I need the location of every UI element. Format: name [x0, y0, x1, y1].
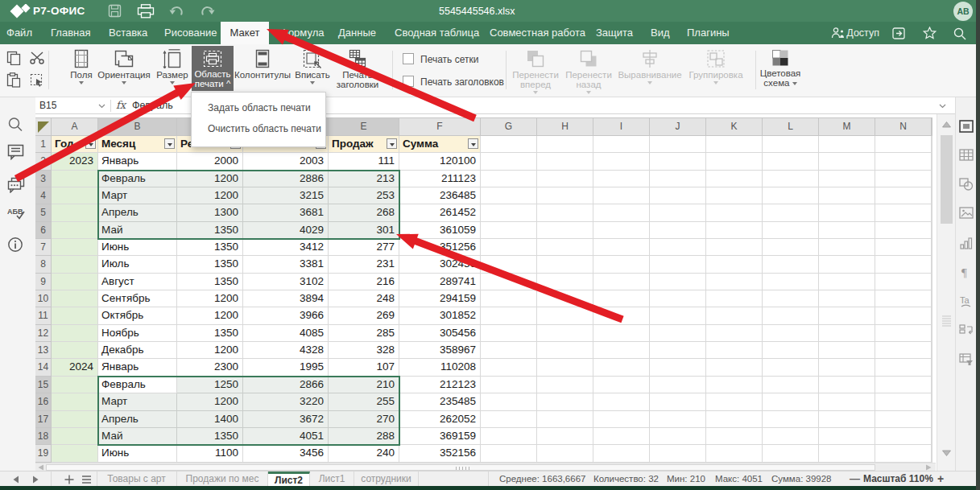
cell[interactable]: Июнь	[98, 445, 177, 462]
cell[interactable]	[706, 377, 763, 393]
group-button[interactable]: Группировка	[686, 46, 746, 85]
cell[interactable]	[875, 171, 932, 187]
cell[interactable]	[537, 222, 593, 239]
row-header-6[interactable]: 6	[35, 222, 52, 239]
cell[interactable]	[650, 274, 706, 290]
cell[interactable]: 3456	[243, 445, 329, 462]
textart-settings-icon[interactable]: Ta	[959, 295, 974, 309]
column-header-partial[interactable]	[932, 117, 932, 136]
bring-forward-button[interactable]: Перенести вперед	[511, 46, 560, 95]
cell[interactable]: 1350	[177, 428, 243, 445]
cell[interactable]: 1100	[177, 445, 243, 462]
cell[interactable]	[763, 290, 819, 307]
orientation-button[interactable]: Ориентация	[96, 46, 152, 85]
cell[interactable]	[763, 239, 819, 256]
cell[interactable]	[537, 239, 593, 256]
cell[interactable]: Февраль	[98, 377, 177, 393]
cell[interactable]	[52, 411, 98, 428]
cell[interactable]	[593, 204, 650, 221]
cell[interactable]: 210	[329, 377, 399, 393]
cell[interactable]	[763, 411, 819, 428]
cell[interactable]: 1995	[243, 359, 329, 376]
cell[interactable]	[932, 204, 932, 221]
zoom-out-button[interactable]: —	[850, 471, 860, 485]
cell[interactable]	[650, 171, 706, 187]
cell[interactable]	[763, 445, 819, 462]
row-header-1[interactable]: 1	[35, 136, 52, 153]
cell[interactable]	[593, 393, 650, 410]
favorite-star-icon[interactable]	[923, 27, 937, 39]
spreadsheet-grid[interactable]: ABCDEFGHIJKLMN1ГодМесяцРекламаПосетителе…	[35, 117, 936, 463]
cell[interactable]	[52, 393, 98, 410]
pivot-settings-icon[interactable]	[959, 353, 974, 366]
cell[interactable]	[932, 411, 932, 428]
cell[interactable]	[819, 393, 875, 410]
cell[interactable]	[706, 359, 763, 376]
scroll-up-icon[interactable]	[942, 121, 951, 128]
cell[interactable]	[481, 359, 537, 376]
cell[interactable]: 1200	[177, 171, 243, 187]
cell[interactable]: 2000	[177, 153, 243, 170]
cell[interactable]	[875, 222, 932, 239]
cell[interactable]: 213	[329, 171, 399, 187]
cell[interactable]: 261452	[399, 204, 481, 221]
cell[interactable]	[875, 342, 932, 359]
cell[interactable]	[706, 239, 763, 256]
cell[interactable]: 107	[329, 359, 399, 376]
menu-tab-5[interactable]: Макет	[221, 22, 269, 44]
cell[interactable]	[650, 428, 706, 445]
cell[interactable]	[481, 204, 537, 221]
cell[interactable]	[819, 222, 875, 239]
cell[interactable]	[932, 239, 932, 256]
cell[interactable]: Декабрь	[98, 342, 177, 359]
search-menu-icon[interactable]	[953, 27, 966, 40]
cell[interactable]	[52, 307, 98, 324]
cell[interactable]	[875, 204, 932, 221]
cell[interactable]	[706, 290, 763, 307]
cell[interactable]	[593, 325, 650, 342]
cell[interactable]: 235485	[399, 393, 481, 410]
cell[interactable]	[932, 256, 932, 273]
cell[interactable]: Октябрь	[98, 307, 177, 324]
cell[interactable]	[537, 428, 593, 445]
menu-tab-9[interactable]: Совместная работа	[490, 22, 585, 44]
cell[interactable]	[593, 274, 650, 290]
table-header-cell[interactable]: Месяц	[98, 136, 177, 153]
cell[interactable]	[537, 171, 593, 187]
cell[interactable]	[706, 187, 763, 204]
cell[interactable]	[650, 204, 706, 221]
cell[interactable]	[706, 171, 763, 187]
cell[interactable]	[706, 307, 763, 324]
cell[interactable]	[52, 290, 98, 307]
paste-icon[interactable]	[6, 72, 21, 88]
cell[interactable]	[593, 222, 650, 239]
column-header-I[interactable]: I	[593, 117, 650, 136]
menu-tab-11[interactable]: Вид	[651, 22, 670, 44]
cell[interactable]: 3894	[243, 290, 329, 307]
cell[interactable]	[875, 187, 932, 204]
cell[interactable]: Июнь	[98, 239, 177, 256]
filter-button[interactable]	[387, 138, 397, 149]
cell[interactable]: 1200	[177, 290, 243, 307]
row-header-4[interactable]: 4	[35, 187, 52, 204]
cell[interactable]	[52, 428, 98, 445]
headers-footers-button[interactable]: Колонтитулы	[232, 46, 293, 80]
cell[interactable]: 1200	[177, 187, 243, 204]
cell[interactable]	[650, 393, 706, 410]
column-header-F[interactable]: F	[399, 117, 481, 136]
scroll-right-icon[interactable]	[925, 464, 932, 471]
cell[interactable]	[481, 411, 537, 428]
select-icon[interactable]	[30, 73, 44, 88]
cell[interactable]	[537, 377, 593, 393]
cell[interactable]: 328	[329, 342, 399, 359]
cell[interactable]: Март	[98, 187, 177, 204]
cell[interactable]: 4051	[243, 428, 329, 445]
cell[interactable]	[537, 136, 593, 153]
cell[interactable]	[593, 239, 650, 256]
table-settings-icon[interactable]	[959, 149, 974, 161]
cell[interactable]	[763, 359, 819, 376]
row-header-12[interactable]: 12	[35, 325, 52, 342]
cell[interactable]	[481, 256, 537, 273]
cell[interactable]	[481, 377, 537, 393]
cell[interactable]	[819, 307, 875, 324]
